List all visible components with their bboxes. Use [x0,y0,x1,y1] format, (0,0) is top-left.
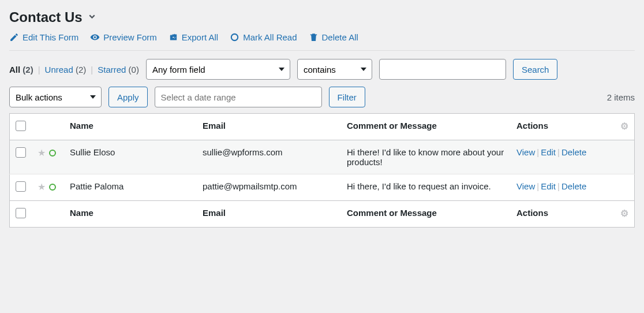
filter-starred-label: Starred [98,65,126,74]
export-all-link[interactable]: Export All [169,32,218,42]
date-range-input[interactable] [155,87,322,107]
filter-all[interactable]: All (2) [9,65,33,74]
pencil-icon [9,32,19,42]
star-icon[interactable]: ★ [38,181,46,192]
page-title: Contact Us [9,9,83,25]
select-all-checkbox[interactable] [16,121,26,131]
entries-table: Name Email Comment or Message Actions ⚙ … [9,113,635,228]
gear-icon[interactable]: ⚙ [620,121,628,131]
search-condition-select[interactable]: contains [297,59,372,80]
col-actions-footer: Actions [511,201,615,228]
filter-starred-count: (0) [129,65,139,74]
edit-link[interactable]: Edit [541,181,556,191]
eye-icon [90,32,100,42]
col-message[interactable]: Comment or Message [341,114,511,140]
cell-message: Hi there! I'd like to know more about yo… [341,140,511,174]
cell-message: Hi there, I'd like to request an invoice… [341,174,511,201]
separator: | [38,65,40,74]
apply-button[interactable]: Apply [108,87,148,107]
preview-form-link[interactable]: Preview Form [90,32,157,42]
gear-icon[interactable]: ⚙ [620,208,628,218]
col-email-footer[interactable]: Email [197,201,341,228]
col-message-footer[interactable]: Comment or Message [341,201,511,228]
star-icon[interactable]: ★ [38,147,46,158]
filter-starred[interactable]: Starred (0) [98,65,139,74]
delete-all-link[interactable]: Delete All [309,32,358,42]
row-checkbox[interactable] [16,147,26,158]
separator: | [91,65,93,74]
col-name[interactable]: Name [64,114,197,140]
svg-point-0 [231,34,238,40]
row-checkbox[interactable] [16,181,26,192]
table-row: ★ Pattie Paloma pattie@wpmailsmtp.com Hi… [10,174,635,201]
select-all-checkbox-bottom[interactable] [16,208,26,218]
mark-all-read-label: Mark All Read [243,32,297,42]
search-value-input[interactable] [379,59,506,80]
delete-link[interactable]: Delete [561,181,586,191]
cell-name: Sullie Eloso [64,140,197,174]
filter-unread[interactable]: Unread (2) [45,65,87,74]
unread-indicator-icon[interactable] [49,150,56,156]
col-email[interactable]: Email [197,114,341,140]
col-actions: Actions [511,114,615,140]
indicators-header [32,114,64,140]
trash-icon [309,32,319,42]
export-all-label: Export All [182,32,218,42]
toolbar: Edit This Form Preview Form Export All M… [9,32,635,51]
filter-all-count: (2) [23,65,33,74]
form-switch-dropdown[interactable] [87,12,97,23]
view-link[interactable]: View [516,181,535,191]
unread-indicator-icon[interactable] [49,184,56,191]
delete-all-label: Delete All [322,32,358,42]
edit-link[interactable]: Edit [541,147,556,157]
cell-name: Pattie Paloma [64,174,197,201]
filter-all-label: All [9,65,20,74]
cell-email: pattie@wpmailsmtp.com [197,174,341,201]
delete-link[interactable]: Delete [561,147,586,157]
circle-icon [230,32,239,42]
col-name-footer[interactable]: Name [64,201,197,228]
filter-button[interactable]: Filter [329,87,365,107]
search-button[interactable]: Search [513,59,558,80]
status-filters: All (2) | Unread (2) | Starred (0) [9,65,139,74]
bulk-actions-select[interactable]: Bulk actions [9,87,102,107]
cell-email: sullie@wpforms.com [197,140,341,174]
view-link[interactable]: View [516,147,535,157]
filter-unread-label: Unread [45,65,73,74]
export-icon [169,32,178,42]
items-count: 2 items [607,92,635,102]
table-row: ★ Sullie Eloso sullie@wpforms.com Hi the… [10,140,635,174]
preview-form-label: Preview Form [103,32,157,42]
filter-unread-count: (2) [76,65,86,74]
edit-form-link[interactable]: Edit This Form [9,32,78,42]
search-field-select[interactable]: Any form field [146,59,290,80]
edit-form-label: Edit This Form [23,32,78,42]
mark-all-read-link[interactable]: Mark All Read [230,32,297,42]
